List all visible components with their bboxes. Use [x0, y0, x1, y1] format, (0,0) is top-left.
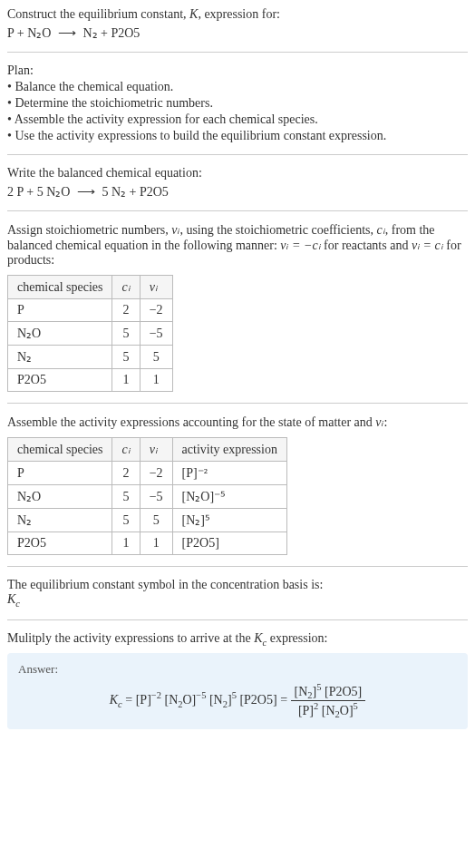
table-row: N₂O 5 −5: [8, 322, 173, 346]
k-symbol: K: [189, 7, 198, 21]
table-header: activity expression: [172, 438, 286, 462]
eq-rhs: N₂ + P2O5: [82, 26, 140, 40]
table-row: P 2 −2 [P]⁻²: [8, 462, 287, 485]
plan-item: • Assemble the activity expression for e…: [7, 112, 468, 127]
divider: [7, 52, 468, 53]
plan-item: • Determine the stoichiometric numbers.: [7, 96, 468, 111]
species-cell: P2O5: [8, 369, 112, 392]
kc-symbol: Kc: [7, 592, 468, 609]
multiply-text: Mulitply the activity expressions to arr…: [7, 631, 254, 645]
arrow-icon: ⟶: [77, 184, 95, 200]
assign-text: Assign stoichiometric numbers,: [7, 223, 171, 237]
activity-cell: [P]⁻²: [172, 462, 286, 485]
kc-inline: Kc: [254, 631, 267, 645]
c-cell: 5: [112, 346, 140, 369]
balanced-rhs: 5 N₂ + P2O5: [102, 185, 168, 199]
divider: [7, 154, 468, 155]
c-cell: 5: [112, 509, 140, 532]
construct-text: Construct the equilibrium constant,: [7, 7, 189, 21]
v-cell: −5: [140, 322, 172, 346]
plan-item: • Use the activity expressions to build …: [7, 129, 468, 143]
table-row: P 2 −2: [8, 299, 173, 322]
assign-section: Assign stoichiometric numbers, νᵢ, using…: [7, 222, 468, 392]
species-cell: N₂: [8, 346, 112, 369]
species-cell: N₂: [8, 509, 112, 532]
plan-title: Plan:: [7, 63, 468, 78]
table-header: chemical species: [8, 276, 112, 299]
c-cell: 1: [112, 532, 140, 555]
expression-for: , expression for:: [198, 7, 280, 21]
rel1: νᵢ = −cᵢ: [280, 239, 320, 252]
fraction: [N2]5 [P2O5] [P]2 [N2O]5: [291, 682, 366, 720]
c-cell: 1: [112, 369, 140, 392]
rel2: νᵢ = cᵢ: [412, 239, 443, 252]
c-cell: 2: [112, 462, 140, 485]
species-cell: N₂O: [8, 485, 112, 509]
unbalanced-equation: P + N₂O ⟶ N₂ + P2O5: [7, 25, 468, 41]
activity-cell: [P2O5]: [172, 532, 286, 555]
table-header-row: chemical species cᵢ νᵢ: [8, 276, 173, 299]
activity-cell: [N₂]⁵: [172, 509, 286, 532]
fraction-numerator: [N2]5 [P2O5]: [291, 682, 366, 701]
species-cell: P: [8, 462, 112, 485]
table-row: P2O5 1 1: [8, 369, 173, 392]
assign-text: , using the stoichiometric coefficients,: [179, 223, 376, 237]
divider: [7, 210, 468, 211]
c-cell: 5: [112, 485, 140, 509]
v-cell: −5: [140, 485, 172, 509]
symbol-section: The equilibrium constant symbol in the c…: [7, 578, 468, 609]
table-row: P2O5 1 1 [P2O5]: [8, 532, 287, 555]
multiply-section: Mulitply the activity expressions to arr…: [7, 631, 468, 729]
balanced-section: Write the balanced chemical equation: 2 …: [7, 166, 468, 200]
c-cell: 2: [112, 299, 140, 322]
plan-section: Plan: • Balance the chemical equation. •…: [7, 63, 468, 143]
fraction-denominator: [P]2 [N2O]5: [291, 701, 366, 719]
species-cell: P2O5: [8, 532, 112, 555]
table-row: N₂ 5 5: [8, 346, 173, 369]
v-cell: −2: [140, 299, 172, 322]
eq-text: = [P]−2 [N2O]−5 [N2]5 [P2O5] =: [125, 693, 290, 707]
divider: [7, 619, 468, 620]
v-cell: −2: [140, 462, 172, 485]
kc-expression: Kc = [P]−2 [N2O]−5 [N2]5 [P2O5] = [N2]5 …: [18, 682, 457, 720]
assemble-text: Assemble the activity expressions accoun…: [7, 415, 375, 429]
v-cell: 5: [140, 509, 172, 532]
divider: [7, 566, 468, 567]
v-cell: 1: [140, 532, 172, 555]
multiply-text: expression:: [267, 631, 327, 645]
answer-box: Answer: Kc = [P]−2 [N2O]−5 [N2]5 [P2O5] …: [7, 653, 468, 729]
activity-table: chemical species cᵢ νᵢ activity expressi…: [7, 437, 287, 555]
v-cell: 5: [140, 346, 172, 369]
divider: [7, 403, 468, 404]
c-i: cᵢ: [377, 223, 385, 237]
table-header: cᵢ: [112, 276, 140, 299]
balanced-title: Write the balanced chemical equation:: [7, 166, 468, 180]
arrow-icon: ⟶: [58, 25, 76, 41]
table-header-row: chemical species cᵢ νᵢ activity expressi…: [8, 438, 287, 462]
kc-sym: Kc: [110, 693, 122, 707]
table-header: νᵢ: [140, 438, 172, 462]
assign-text: for reactants and: [321, 239, 412, 252]
species-cell: N₂O: [8, 322, 112, 346]
table-header: cᵢ: [112, 438, 140, 462]
species-cell: P: [8, 299, 112, 322]
balanced-equation: 2 P + 5 N₂O ⟶ 5 N₂ + P2O5: [7, 184, 468, 200]
c-cell: 5: [112, 322, 140, 346]
balanced-lhs: 2 P + 5 N₂O: [7, 185, 70, 199]
nu-i: νᵢ: [375, 415, 383, 429]
stoichiometry-table: chemical species cᵢ νᵢ P 2 −2 N₂O 5 −5 N…: [7, 275, 173, 392]
header-section: Construct the equilibrium constant, K, e…: [7, 7, 468, 41]
table-header: chemical species: [8, 438, 112, 462]
table-header: νᵢ: [140, 276, 172, 299]
symbol-title: The equilibrium constant symbol in the c…: [7, 578, 468, 592]
answer-label: Answer:: [18, 662, 457, 677]
plan-item: • Balance the chemical equation.: [7, 80, 468, 94]
v-cell: 1: [140, 369, 172, 392]
table-row: N₂ 5 5 [N₂]⁵: [8, 509, 287, 532]
assemble-section: Assemble the activity expressions accoun…: [7, 414, 468, 555]
activity-cell: [N₂O]⁻⁵: [172, 485, 286, 509]
eq-lhs: P + N₂O: [7, 26, 51, 40]
table-row: N₂O 5 −5 [N₂O]⁻⁵: [8, 485, 287, 509]
assemble-text: :: [384, 415, 388, 429]
